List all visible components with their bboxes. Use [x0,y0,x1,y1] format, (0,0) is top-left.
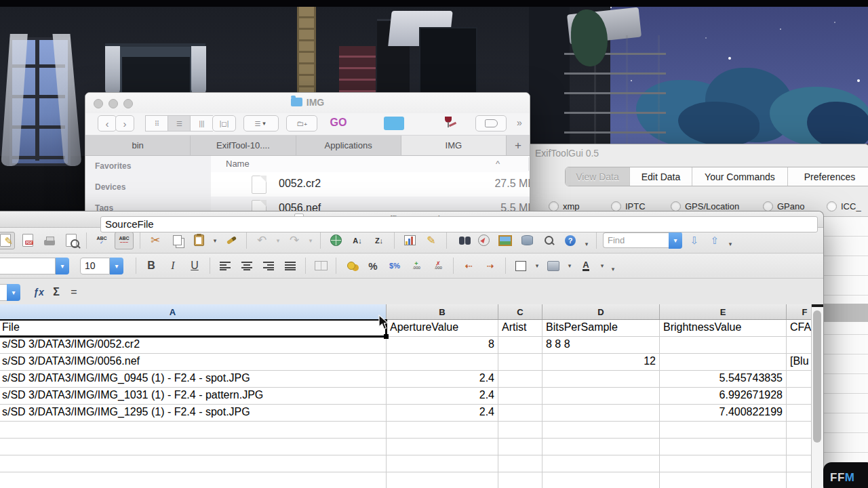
formula-input-line[interactable]: SourceFile [100,216,818,232]
cell[interactable] [0,472,387,488]
cell[interactable] [387,422,498,438]
delete-decimal-button[interactable]: ✗.000 [429,258,447,274]
font-name-combo[interactable] [0,258,56,274]
function-wizard-button[interactable]: ƒx [30,284,47,300]
name-box-dropdown[interactable]: ▾ [7,284,20,301]
new-tab-button[interactable]: + [507,136,530,155]
toolbar-more-button[interactable]: ▾ [583,241,590,247]
align-left-button[interactable] [216,258,234,274]
column-divider[interactable] [528,157,529,171]
page-preview-button[interactable] [62,232,80,249]
cell[interactable] [660,439,787,455]
navigator-button[interactable] [475,232,492,249]
insert-chart-button[interactable] [401,232,418,249]
standard-format-button[interactable]: $% [386,258,403,274]
cell[interactable] [0,455,387,472]
tab-view-data[interactable]: View Data [566,167,630,186]
find-dropdown[interactable]: ▾ [669,232,682,249]
print-button[interactable] [41,232,58,249]
selection-fill-handle[interactable] [384,334,389,339]
new-folder-button[interactable]: 🗀+ [286,115,317,131]
spellcheck-button[interactable]: ABC✓ [93,232,111,249]
cell[interactable]: ApertureValue [387,320,498,336]
column-header-A[interactable]: A [0,304,387,319]
background-color-button[interactable] [545,258,562,274]
cell[interactable]: 8 8 8 [542,337,660,353]
paste-dropdown[interactable]: ▾ [212,237,218,244]
file-row[interactable]: 0052.cr2 27.5 MB Canon CR [211,172,530,197]
view-list-button[interactable]: ☰ [167,115,191,131]
cell[interactable]: BrightnessValue [660,320,787,336]
finder-tab-img[interactable]: IMG [401,136,507,155]
function-button[interactable]: = [65,284,83,300]
finder-tab-exiftool[interactable]: ExifTool-10.... [191,136,296,155]
decrease-indent-button[interactable]: ⇠ [460,258,477,274]
find-toolbar-more[interactable]: ▾ [727,241,734,247]
find-next-button[interactable]: ⇩ [686,235,703,247]
sum-button[interactable]: Σ [47,284,65,300]
bold-button[interactable]: B [142,258,160,274]
borders-button[interactable] [512,258,530,274]
cell[interactable] [387,472,498,488]
cell[interactable] [498,371,542,387]
cell[interactable] [387,354,498,370]
find-previous-button[interactable]: ⇧ [707,235,723,247]
font-size-dropdown[interactable]: ▾ [110,258,123,274]
forward-button[interactable]: › [115,115,134,131]
cell[interactable] [542,371,660,387]
justify-button[interactable] [281,258,299,274]
cell[interactable] [498,455,542,472]
redo-dropdown[interactable]: ▾ [307,237,314,244]
go-button[interactable]: GO [325,115,352,130]
column-header-name[interactable]: Name [226,159,250,169]
add-decimal-button[interactable]: +.000 [408,258,425,274]
column-header-D[interactable]: D [542,304,660,319]
find-input[interactable] [603,232,669,248]
paste-button[interactable] [190,232,208,249]
help-button[interactable]: ? [561,232,579,249]
tag-button[interactable] [475,115,507,131]
hyperlink-button[interactable] [327,232,344,249]
view-coverflow-button[interactable]: |◻| [212,115,236,131]
tab-your-commands[interactable]: Your Commands [692,167,788,186]
scrollbar-thumb[interactable] [813,310,821,443]
font-size-combo[interactable]: 10 [80,258,110,274]
italic-button[interactable]: I [164,258,182,274]
cell[interactable]: s/SD 3/DATA3/IMG/IMG_1295 (1) - F2.4 - s… [0,405,387,421]
cell[interactable] [498,388,542,404]
tab-edit-data[interactable]: Edit Data [630,167,692,186]
show-draw-functions-button[interactable]: ✎ [422,232,440,249]
cell[interactable] [0,422,387,438]
cell[interactable]: 6.992671928 [660,388,787,404]
cell[interactable]: s/SD 3/DATA3/IMG/0056.nef [0,354,387,370]
cell[interactable]: File [0,320,387,336]
find-replace-button[interactable] [453,232,471,249]
radio-iptc[interactable]: IPTC [611,201,646,211]
undo-dropdown[interactable]: ▾ [275,237,281,244]
zoom-button[interactable] [540,232,557,249]
cell[interactable] [660,337,787,353]
font-name-dropdown[interactable]: ▾ [56,258,69,274]
cell[interactable]: 2.4 [387,371,498,387]
cell[interactable]: Artist [498,320,542,336]
data-sources-button[interactable] [518,232,536,249]
cell[interactable]: 2.4 [387,405,498,421]
cell[interactable] [542,422,660,438]
cell[interactable]: s/SD 3/DATA3/IMG/0052.cr2 [0,337,387,353]
increase-indent-button[interactable]: ⇢ [481,258,499,274]
align-right-button[interactable] [260,258,277,274]
format-paintbrush-button[interactable] [222,232,240,249]
cell[interactable] [0,439,387,455]
align-center-button[interactable] [238,258,256,274]
column-header-C[interactable]: C [498,304,542,319]
sort-descending-button[interactable]: Z↓ [370,232,388,249]
edit-file-button[interactable]: ✎ [0,232,15,249]
cell[interactable] [660,472,787,488]
cell[interactable] [542,388,660,404]
cell[interactable]: 7.400822199 [660,405,787,421]
redo-button[interactable]: ↷ [285,232,303,249]
cell[interactable]: s/SD 3/DATA3/IMG/IMG_0945 (1) - F2.4 - s… [0,371,387,387]
cell[interactable] [542,439,660,455]
cell[interactable] [387,439,498,455]
radio-xmp[interactable]: xmp [549,201,580,211]
